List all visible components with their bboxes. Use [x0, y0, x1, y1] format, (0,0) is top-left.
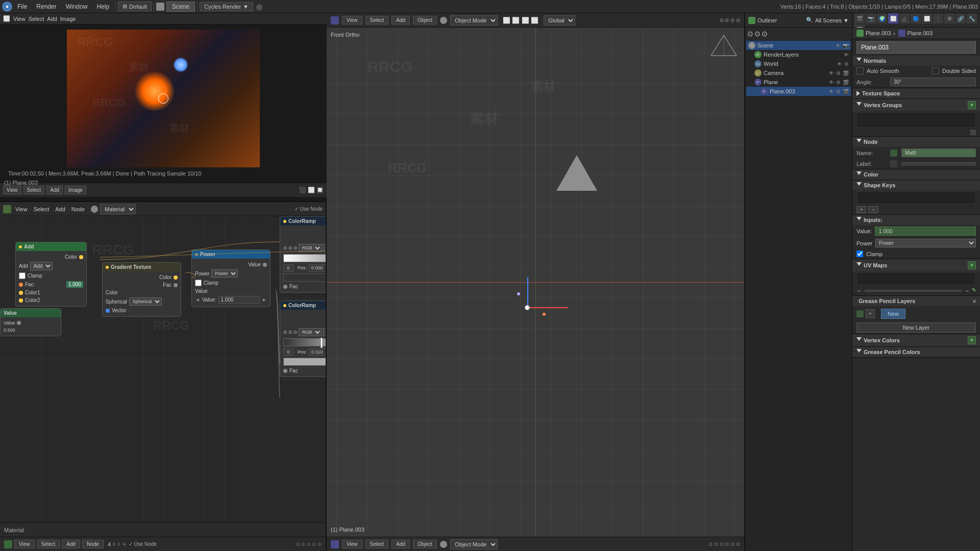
- workspace-layout[interactable]: ⊞ Default: [118, 2, 152, 11]
- plane-eye-icon[interactable]: 👁: [829, 80, 834, 85]
- vp-add-btn[interactable]: Add: [391, 16, 410, 24]
- vp-bot-add-btn[interactable]: Add: [391, 540, 410, 548]
- render-add-btn[interactable]: Add: [46, 186, 63, 194]
- uvm-right-arrow[interactable]: →: [964, 287, 970, 294]
- props-constraints-btn[interactable]: 🔗: [955, 13, 966, 23]
- vp-pivot-select[interactable]: Global: [544, 15, 575, 26]
- vertex-colors-header[interactable]: Vertex Colors +: [852, 334, 980, 346]
- cr2-pos-value[interactable]: 0.310: [309, 348, 326, 356]
- vertex-colors-add-btn[interactable]: +: [968, 336, 976, 344]
- shape-keys-header[interactable]: Shape Keys: [852, 180, 980, 190]
- add-c2-in[interactable]: [19, 298, 23, 303]
- cr2-fac-in[interactable]: [283, 369, 287, 373]
- render-image-btn[interactable]: Image: [65, 186, 86, 194]
- object-name-input[interactable]: [856, 41, 976, 54]
- outliner-item-plane003[interactable]: P Plane.003 👁 ⚙ 🎬: [746, 87, 851, 96]
- bottom-select-btn[interactable]: Select: [37, 540, 60, 548]
- outliner-item-world[interactable]: W World 👁 ⚙: [746, 59, 851, 68]
- angle-value[interactable]: 30°: [890, 78, 976, 86]
- menu-render[interactable]: Render: [32, 2, 60, 11]
- inputs-value-field[interactable]: 1.000: [875, 227, 976, 236]
- vg-assign-icon[interactable]: ⬛: [970, 130, 976, 135]
- node-canvas[interactable]: RRCG 素材 RRCG 素材 Value Value 0.500: [0, 216, 326, 522]
- bottom-node-btn[interactable]: Node: [82, 540, 104, 548]
- cr2-linear-select[interactable]: Linear: [323, 328, 326, 336]
- power-clamp-check[interactable]: [195, 280, 202, 286]
- add-clamp-check[interactable]: [19, 272, 26, 279]
- sk-remove-btn[interactable]: −: [868, 206, 878, 213]
- color-section-header[interactable]: Color: [852, 169, 980, 180]
- power-node[interactable]: Power Value Power Power Cla: [191, 249, 271, 307]
- vertex-groups-add-btn[interactable]: +: [968, 101, 976, 109]
- outliner-type-icon[interactable]: ⊙: [754, 30, 761, 38]
- cr1-rgb-select[interactable]: RGB: [299, 244, 322, 252]
- gp-colors-header[interactable]: Grease Pencil Colors: [852, 347, 980, 357]
- use-node-checkbox[interactable]: ✓ Use Node: [295, 206, 323, 212]
- cr1-fac-in[interactable]: [283, 285, 287, 289]
- props-modifiers-btn[interactable]: 🔧: [967, 13, 977, 23]
- engine-selector[interactable]: Cycles Render ▼: [200, 2, 253, 11]
- value-socket-out[interactable]: [17, 321, 21, 325]
- grad-fac-out[interactable]: [174, 283, 178, 287]
- plane-render-icon[interactable]: 🎬: [843, 80, 849, 85]
- clamp-checkbox[interactable]: [856, 251, 863, 257]
- add-c1-in[interactable]: [19, 291, 23, 295]
- gp-new-btn[interactable]: New: [881, 309, 905, 319]
- render-view-btn[interactable]: View: [3, 186, 21, 194]
- add-type-select[interactable]: Add: [30, 262, 53, 270]
- vp-bot-mode-select[interactable]: Object Mode: [450, 539, 498, 549]
- vp-bot-select-btn[interactable]: Select: [365, 540, 389, 548]
- grad-type-select[interactable]: Spherical: [129, 297, 162, 306]
- outliner-search-btn[interactable]: 🔍: [806, 17, 813, 23]
- double-sided-checkbox[interactable]: [932, 67, 939, 74]
- world-eye-icon[interactable]: 👁: [837, 61, 842, 67]
- gp-new-layer-btn[interactable]: New Layer: [856, 322, 976, 333]
- world-settings-icon[interactable]: ⚙: [844, 61, 849, 67]
- props-particles-btn[interactable]: ⋮: [933, 13, 943, 23]
- scene-eye-icon[interactable]: 👁: [836, 43, 841, 48]
- grad-vector-in[interactable]: [106, 309, 110, 313]
- props-physics-btn[interactable]: ⚙: [944, 13, 954, 23]
- viewport-3d[interactable]: RRCG 素材 RRCG 素材 Front Ortho (1) Plane.00…: [327, 28, 744, 537]
- rl-eye-icon[interactable]: 👁: [844, 52, 849, 58]
- node-view-btn[interactable]: View: [13, 205, 30, 213]
- inputs-header[interactable]: Inputs:: [852, 215, 980, 225]
- uv-maps-header[interactable]: UV Maps +: [852, 259, 980, 271]
- add-node[interactable]: Add Color Add Add Clamp: [15, 242, 87, 307]
- plane003-render-icon[interactable]: 🎬: [843, 89, 849, 94]
- cr2-ramp-handle[interactable]: [321, 338, 323, 348]
- node-mode-select[interactable]: Material: [100, 204, 136, 214]
- plane003-settings-icon[interactable]: ⚙: [836, 89, 841, 94]
- outliner-item-scene[interactable]: S Scene 👁 📷: [746, 41, 851, 50]
- value-node[interactable]: Value Value 0.500: [0, 308, 61, 336]
- uvm-left-arrow[interactable]: ←: [856, 287, 863, 294]
- bottom-add-btn[interactable]: Add: [62, 540, 80, 548]
- node-select-btn[interactable]: Select: [32, 205, 52, 213]
- props-render-btn[interactable]: 📷: [866, 13, 876, 23]
- menu-window[interactable]: Window: [62, 2, 92, 11]
- outliner-filter-icon[interactable]: ⊙: [747, 30, 753, 38]
- outliner-settings-icon[interactable]: ⊙: [762, 30, 768, 38]
- vp-view-btn[interactable]: View: [342, 16, 362, 24]
- normals-header[interactable]: Normals: [852, 56, 980, 66]
- sk-add-btn[interactable]: +: [856, 206, 866, 213]
- vp-mode-select[interactable]: Object Mode: [450, 15, 498, 26]
- cr1-pos-value[interactable]: 0.000: [309, 264, 326, 271]
- cam-render-icon[interactable]: 🎬: [843, 70, 849, 76]
- outliner-item-renderlayers[interactable]: R RenderLayers 👁: [746, 50, 851, 59]
- node-name-value[interactable]: Math: [901, 148, 976, 157]
- power-val-field[interactable]: 1.000: [218, 296, 260, 304]
- props-texture-btn[interactable]: ⬜: [922, 13, 932, 23]
- grad-color-out[interactable]: [174, 276, 178, 280]
- props-material-btn[interactable]: 🔵: [911, 13, 921, 23]
- colorramp1-node[interactable]: ColorRamp Color Alpha ⊙ ⊙: [280, 216, 326, 293]
- texture-space-header[interactable]: Texture Space: [852, 88, 980, 98]
- uvm-edit-icon[interactable]: ✎: [972, 287, 976, 294]
- node-node-btn[interactable]: Node: [69, 205, 87, 213]
- scene-btn[interactable]: Scene: [166, 2, 195, 12]
- node-section-header[interactable]: Node: [852, 137, 980, 147]
- cr2-ramp-bar[interactable]: [283, 338, 326, 346]
- vertex-groups-header[interactable]: Vertex Groups +: [852, 99, 980, 111]
- props-object-btn[interactable]: ⬜: [888, 13, 898, 23]
- vp-bot-view-btn[interactable]: View: [342, 540, 362, 548]
